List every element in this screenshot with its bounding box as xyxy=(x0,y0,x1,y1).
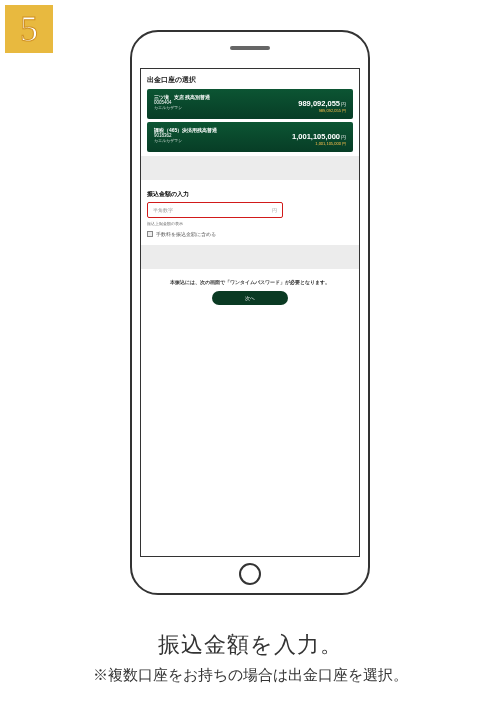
amount-value: 989,092,055 xyxy=(298,99,340,108)
amount-placeholder: 半角数字 xyxy=(153,207,173,213)
amount-unit: 円 xyxy=(341,102,346,107)
caption-sub: ※複数口座をお持ちの場合は出金口座を選択。 xyxy=(0,666,500,685)
account-card[interactable]: 課税（465）決済用残高普通 9018362 カエルカザマシ 1,001,105… xyxy=(147,122,353,152)
amount-sub: 1,001,105,000 円 xyxy=(292,141,346,146)
phone-home-button xyxy=(239,563,261,585)
account-amount: 1,001,105,000円 1,001,105,000 円 xyxy=(292,132,346,146)
checkbox-icon[interactable] xyxy=(147,231,153,237)
account-card[interactable]: 三ツ境 支店 残高別普通 0005404 カエルカザマシ 989,092,055… xyxy=(147,89,353,119)
divider-band xyxy=(141,245,359,269)
phone-speaker xyxy=(230,46,270,50)
amount-unit: 円 xyxy=(341,135,346,140)
amount-limit-note: 振込上限金額の表示 xyxy=(147,221,353,226)
phone-frame: 出金口座の選択 三ツ境 支店 残高別普通 0005404 カエルカザマシ 989… xyxy=(130,30,370,595)
otp-notice: 本振込には、次の画面で「ワンタイムパスワード」が必要となります。 xyxy=(147,279,353,285)
caption-main: 振込金額を入力。 xyxy=(0,630,500,660)
amount-input-label: 振込金額の入力 xyxy=(147,190,353,199)
divider-band xyxy=(141,156,359,180)
instruction-caption: 振込金額を入力。 ※複数口座をお持ちの場合は出金口座を選択。 xyxy=(0,630,500,685)
phone-screen: 出金口座の選択 三ツ境 支店 残高別普通 0005404 カエルカザマシ 989… xyxy=(140,68,360,557)
step-number-badge: 5 xyxy=(5,5,53,53)
amount-input[interactable]: 半角数字 円 xyxy=(147,202,283,218)
screen-content: 出金口座の選択 三ツ境 支店 残高別普通 0005404 カエルカザマシ 989… xyxy=(141,69,359,305)
fee-include-checkbox-row[interactable]: 手数料を振込金額に含める xyxy=(147,231,353,237)
amount-input-unit: 円 xyxy=(272,207,277,213)
account-amount: 989,092,055円 989,092,055 円 xyxy=(298,99,346,113)
amount-value: 1,001,105,000 xyxy=(292,132,340,141)
amount-sub: 989,092,055 円 xyxy=(298,108,346,113)
checkbox-label: 手数料を振込金額に含める xyxy=(156,232,216,237)
screen-title: 出金口座の選択 xyxy=(147,75,353,85)
step-number: 5 xyxy=(20,8,38,50)
next-button[interactable]: 次へ xyxy=(212,291,288,305)
